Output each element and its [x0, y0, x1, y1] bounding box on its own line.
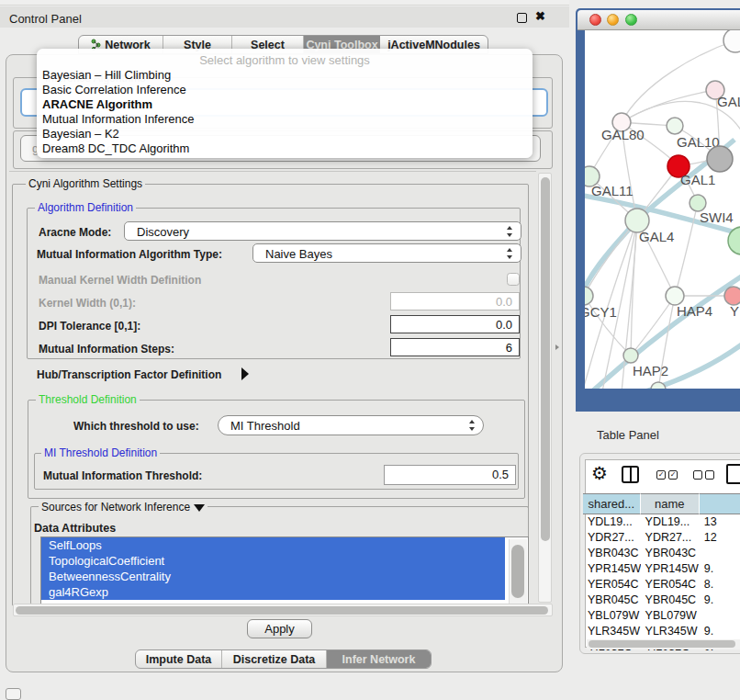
expand-arrow-icon[interactable] [241, 367, 249, 380]
split-divider-arrow-icon[interactable] [555, 344, 559, 350]
node-hap2-label: HAP2 [633, 363, 668, 378]
node-gal80-label: GAL80 [601, 127, 645, 142]
attribute-item[interactable]: SelfLoops [41, 537, 505, 553]
unselect-all-columns-icon[interactable] [693, 470, 714, 480]
which-threshold-combobox[interactable]: MI Threshold [218, 415, 484, 435]
column-header[interactable]: shared... [583, 493, 641, 514]
settings-vertical-scrollbar[interactable] [538, 173, 552, 603]
algorithm-option[interactable]: Dream8 DC_TDC Algorithm [37, 141, 533, 156]
data-attributes-list[interactable]: SelfLoopsTopologicalCoefficientBetweenne… [40, 536, 529, 604]
table-cell: YLR345W [641, 624, 700, 639]
cyni-algorithm-settings-title: Cyni Algorithm Settings [26, 177, 145, 190]
which-threshold-value: MI Threshold [230, 419, 300, 433]
settings-horizontal-scrollbar[interactable] [13, 604, 553, 616]
node-gcy1-label: GCY1 [585, 304, 617, 320]
close-traffic-light[interactable] [589, 14, 601, 26]
attribute-item[interactable]: gal4RGexp [41, 584, 505, 600]
algorithm-option[interactable]: Basic Correlation Inference [37, 83, 533, 97]
tab-impute-data[interactable]: Impute Data [136, 650, 222, 668]
which-threshold-label: Which threshold to use: [73, 420, 199, 433]
gear-icon[interactable]: ⚙ [591, 462, 608, 484]
column-header[interactable]: name [641, 493, 700, 514]
bottom-tabs: Impute DataDiscretize DataInfer Network [135, 649, 432, 669]
node-top[interactable] [723, 30, 740, 52]
float-window-icon[interactable] [517, 13, 527, 23]
tab-infer-network[interactable]: Infer Network [327, 650, 431, 668]
new-table-icon[interactable] [726, 464, 740, 484]
data-attributes-label: Data Attributes [34, 522, 116, 535]
node-swi4-label: SWI4 [700, 209, 734, 225]
stepper-arrows-icon [506, 248, 513, 259]
mi-threshold-title: MI Threshold Definition [41, 446, 160, 459]
node-salmon-label: Y [730, 303, 739, 319]
algorithm-option[interactable]: Mutual Information Inference [37, 112, 533, 127]
minimize-traffic-light[interactable] [607, 14, 619, 26]
screen: Control Panel ✖ NetworkStyleSelectCyni T… [0, 0, 740, 700]
tab-discretize-data[interactable]: Discretize Data [222, 650, 327, 668]
network-canvas[interactable]: GAL2GAL80GAL10GAL1GAL11SWI4GAL4GCY1HAP4Y… [585, 30, 740, 389]
table-cell: YER054C [641, 577, 700, 593]
threshold-definition-title: Threshold Definition [36, 393, 140, 406]
node-table: shared...name YDL19...YDL19...13YDR27...… [583, 493, 740, 652]
network-window-titlebar[interactable] [577, 10, 740, 30]
table-row[interactable]: YDR27...YDR27...12 [583, 530, 740, 546]
table-row[interactable]: YBL079WYBL079W [583, 608, 740, 624]
mi-steps-label: Mutual Information Steps: [39, 343, 174, 356]
table-cell: 13 [700, 514, 740, 530]
hub-definition-label[interactable]: Hub/Transcription Factor Definition [37, 368, 221, 381]
table-cell [700, 546, 740, 561]
dpi-tolerance-field[interactable]: 0.0 [390, 315, 520, 333]
node-gal1-label: GAL1 [680, 172, 715, 187]
aracne-mode-combobox[interactable]: Discovery [124, 221, 521, 241]
table-cell: 12 [700, 530, 740, 546]
apply-button[interactable]: Apply [247, 619, 312, 638]
mit-field[interactable]: 0.5 [384, 465, 516, 485]
table-cell: YDR27... [641, 530, 700, 546]
table-horizontal-scrollbar[interactable] [587, 639, 740, 649]
table-cell: 9. [700, 561, 740, 577]
top-strip [0, 0, 569, 6]
columns-icon[interactable] [622, 466, 639, 483]
node-gray[interactable] [707, 146, 733, 172]
manual-kernel-checkbox[interactable] [507, 273, 520, 286]
table-row[interactable]: YER054CYER054C8. [583, 577, 740, 593]
mi-type-combobox[interactable]: Naive Bayes [252, 243, 521, 263]
kernel-width-field[interactable]: 0.0 [390, 292, 520, 310]
table-row[interactable]: YPR145WYPR145W9. [583, 561, 740, 577]
close-icon[interactable]: ✖ [535, 9, 545, 23]
node-gal10[interactable] [667, 118, 683, 134]
table-row[interactable]: YLR345WYLR345W9. [583, 624, 740, 639]
table-row[interactable]: YDL19...YDL19...13 [583, 514, 740, 530]
table-cell: YDR27... [583, 530, 641, 546]
node-gcy1[interactable] [585, 287, 593, 305]
node-hap4-label: HAP4 [677, 303, 712, 319]
table-cell: YBR045C [641, 593, 700, 608]
node-hap2[interactable] [623, 348, 638, 363]
table-row[interactable]: YBR043CYBR043C [583, 546, 740, 561]
table-cell: YBR043C [641, 546, 700, 561]
table-panel-title: Table Panel [597, 428, 659, 442]
aracne-mode-value: Discovery [137, 225, 189, 239]
node-gal4-label: GAL4 [639, 229, 674, 244]
algorithm-option[interactable]: ARACNE Algorithm [37, 97, 533, 112]
algorithm-dropdown: Select algorithm to view settings Bayesi… [37, 49, 533, 158]
table-cell: 9. [700, 624, 740, 639]
table-cell: YBR043C [583, 546, 641, 561]
dpi-tolerance-label: DPI Tolerance [0,1]: [39, 320, 140, 333]
algorithm-option[interactable]: Bayesian – K2 [37, 127, 533, 141]
panel-corner-icon[interactable] [6, 688, 21, 700]
algorithm-option[interactable]: Bayesian – Hill Climbing [37, 68, 533, 83]
column-header[interactable] [700, 493, 740, 514]
attribute-item[interactable]: BetweennessCentrality [41, 569, 505, 584]
list-scrollbar[interactable] [509, 539, 527, 604]
network-edge[interactable] [622, 90, 715, 122]
select-all-columns-icon[interactable]: ✓✓ [656, 470, 678, 480]
node-salmon[interactable] [724, 287, 740, 305]
mi-steps-field[interactable]: 6 [390, 338, 520, 356]
table-row[interactable]: YBR045CYBR045C9. [583, 593, 740, 608]
attribute-item[interactable]: TopologicalCoefficient [41, 553, 505, 569]
algorithm-definition-title: Algorithm Definition [35, 201, 136, 214]
mi-type-value: Naive Bayes [265, 247, 332, 261]
zoom-traffic-light[interactable] [625, 14, 637, 26]
node-hap4[interactable] [666, 287, 684, 305]
